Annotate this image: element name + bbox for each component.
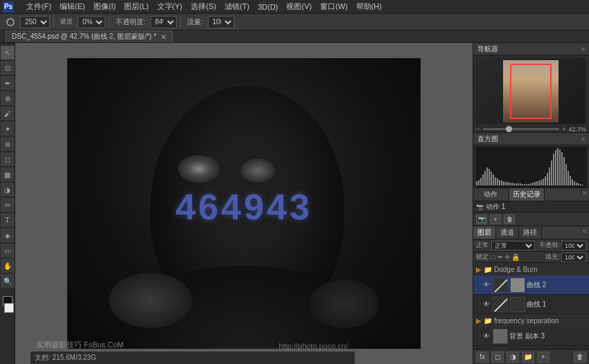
history-options-icon[interactable]: ≡ [580, 188, 589, 201]
new-group-btn[interactable]: 📁 [522, 352, 534, 363]
blend-mode-label: 正常 [476, 241, 489, 250]
lock-all-btn[interactable]: 🔒 [511, 253, 520, 261]
visibility-icon[interactable]: 👁 [482, 280, 491, 290]
fill-select[interactable]: 100% [561, 253, 586, 262]
visibility-icon[interactable]: 👁 [482, 331, 491, 341]
add-layer-style-btn[interactable]: fx [476, 352, 489, 363]
lock-position-btn[interactable]: ✛ [504, 253, 510, 261]
selection-tool[interactable]: ↖ [1, 46, 15, 60]
right-panels: 导航器 ≡ − + 42 [473, 43, 589, 364]
lock-image-btn[interactable]: ✒ [498, 253, 503, 261]
layers-tabs: 图层 通道 路径 ≡ [473, 226, 589, 239]
opacity-select[interactable]: 100% [561, 241, 586, 251]
new-history-btn[interactable]: + [490, 215, 501, 224]
new-snapshot-btn[interactable]: 📷 [476, 215, 487, 224]
svg-rect-20 [516, 183, 517, 185]
hardness-select[interactable]: 0% [78, 16, 105, 28]
layer-item-curve1[interactable]: 👁 曲线 1 [473, 295, 589, 314]
zoom-slider[interactable] [483, 128, 559, 130]
opacity-select[interactable]: 84% [150, 16, 177, 28]
lock-label: 锁定: [476, 253, 491, 262]
new-layer-btn[interactable]: + [537, 352, 550, 363]
path-select-tool[interactable]: ◈ [1, 228, 15, 242]
crop-tool[interactable]: ⊡ [1, 61, 15, 75]
navigator-options-icon[interactable]: ≡ [581, 46, 585, 53]
svg-rect-9 [493, 174, 494, 185]
hand-tool[interactable]: ✋ [1, 259, 15, 273]
zoom-out-icon[interactable]: − [476, 125, 480, 133]
new-adjustment-btn[interactable]: ◑ [507, 352, 519, 363]
gradient-tool[interactable]: ▦ [1, 167, 15, 181]
flow-select[interactable]: 100% [208, 16, 234, 28]
menu-text[interactable]: 文字(Y) [153, 0, 187, 13]
tab-layers[interactable]: 图层 [473, 226, 496, 239]
svg-rect-41 [559, 149, 561, 185]
clone-tool[interactable]: ✦ [1, 122, 15, 136]
add-mask-btn[interactable]: ◻ [491, 352, 504, 363]
history-snapshot[interactable]: 📷 动作 1 [473, 201, 589, 212]
history-list: 📷 动作 1 ✓ 动作 1 ✓ 脚片 ✓ schaff ✓ auto1 [473, 201, 589, 212]
visibility-icon[interactable]: 👁 [482, 300, 491, 309]
menu-view[interactable]: 视图(V) [282, 0, 316, 13]
layers-controls-bar: 正常 正常 不透明: 100% [473, 239, 589, 252]
layers-panel: 图层 通道 路径 ≡ 正常 正常 不透明: 100% 锁定: □ ✒ [473, 226, 589, 364]
close-tab-icon[interactable]: ✕ [161, 33, 166, 41]
tab-actions[interactable]: 动作 [473, 188, 509, 201]
dodge-tool[interactable]: ◑ [1, 183, 15, 197]
shape-tool[interactable]: ▭ [1, 244, 15, 257]
svg-rect-33 [543, 179, 544, 185]
status-text: 文档: 215.6M/3.23G [35, 353, 96, 363]
zoom-slider-thumb[interactable] [506, 126, 512, 132]
menu-help[interactable]: 帮助(H) [352, 0, 386, 13]
menu-file[interactable]: 文件(F) [22, 0, 55, 13]
layer-item-bg3[interactable]: 👁 背景 副本 3 [473, 327, 589, 346]
menu-filter[interactable]: 滤镜(T) [220, 0, 254, 13]
brush-tool[interactable]: 🖌 [1, 107, 15, 120]
menu-image[interactable]: 图像(I) [89, 0, 120, 13]
brush-size-select[interactable]: 250 [20, 16, 50, 28]
svg-rect-42 [561, 152, 563, 185]
layer-item-curve2[interactable]: 👁 曲线 2 [473, 275, 589, 295]
group-folder-icon: 📁 [484, 317, 492, 325]
document-tab[interactable]: DSC_4554.psd @ 42.7% (曲线 2, 图层蒙版/*) * ✕ [6, 30, 173, 42]
menu-layer[interactable]: 图层(L) [120, 0, 152, 13]
delete-history-btn[interactable]: 🗑 [504, 215, 515, 224]
svg-rect-29 [534, 182, 536, 185]
lock-transparent-btn[interactable]: □ [492, 253, 496, 261]
tab-spacer [542, 226, 580, 239]
delete-layer-btn[interactable]: 🗑 [574, 352, 586, 363]
canvas-area: 464943 实用摄影技巧 FsBus.CoM http://photo.poc… [15, 43, 473, 364]
layer-group-dodge-burn[interactable]: ▶ 📁 Dodge & Burn [473, 263, 589, 275]
canvas-image: 464943 [67, 58, 421, 349]
menu-window[interactable]: 窗口(W) [316, 0, 352, 13]
heal-tool[interactable]: ⊕ [1, 91, 15, 105]
eraser-tool[interactable]: ◻ [1, 152, 15, 166]
svg-rect-16 [507, 182, 509, 185]
svg-rect-49 [576, 183, 577, 185]
text-tool[interactable]: T [1, 213, 15, 227]
tab-spacer [545, 188, 580, 201]
zoom-tool[interactable]: 🔍 [1, 274, 15, 288]
layers-options-icon[interactable]: ≡ [580, 226, 589, 239]
svg-rect-4 [482, 174, 484, 185]
zoom-in-icon[interactable]: + [562, 125, 566, 133]
background-color[interactable] [4, 303, 14, 313]
svg-rect-46 [570, 176, 571, 185]
blend-mode-select[interactable]: 正常 [491, 241, 535, 251]
menu-edit[interactable]: 编辑(E) [55, 0, 89, 13]
tab-paths[interactable]: 路径 [519, 226, 542, 239]
fill-label: 填充: [545, 253, 560, 262]
tab-channels[interactable]: 通道 [496, 226, 519, 239]
svg-rect-37 [551, 161, 552, 185]
svg-point-0 [7, 19, 14, 26]
layer-group-frequency[interactable]: ▶ 📁 frequency separation [473, 314, 589, 327]
menu-3d[interactable]: 3D(D) [254, 1, 282, 12]
history-brush-tool[interactable]: ⊛ [1, 137, 15, 151]
menu-select[interactable]: 选择(S) [186, 0, 220, 13]
histogram-options-icon[interactable]: ≡ [581, 136, 585, 143]
tab-history[interactable]: 历史记录 [509, 188, 545, 201]
svg-rect-22 [520, 183, 521, 185]
opacity-label: 不透明: [539, 241, 560, 250]
eyedropper-tool[interactable]: ✒ [1, 76, 15, 90]
pen-tool[interactable]: ✏ [1, 198, 15, 212]
